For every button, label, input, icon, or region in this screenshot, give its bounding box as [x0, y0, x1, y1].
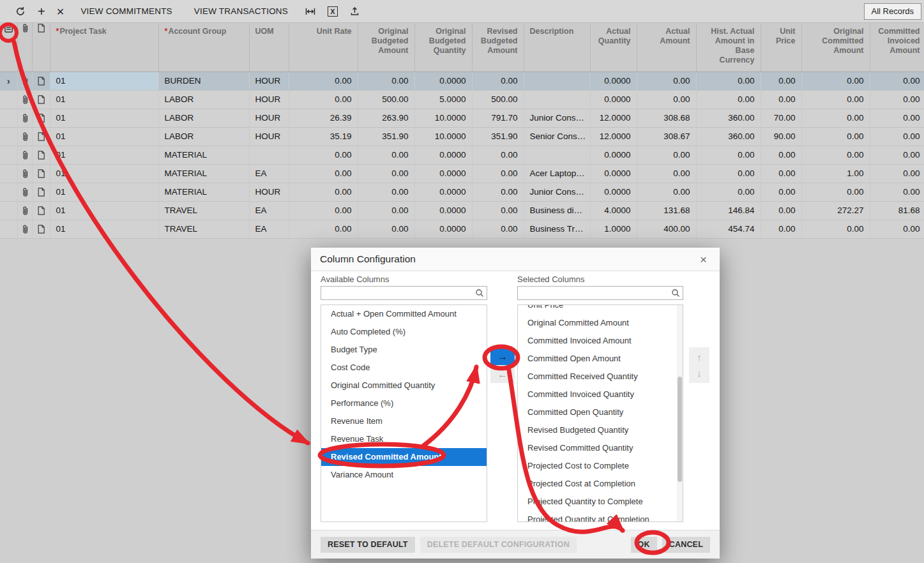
cell-uom[interactable]: HOUR: [249, 127, 289, 146]
row-attachments-button[interactable]: [17, 183, 32, 201]
selected-column-option[interactable]: Committed Open Amount: [518, 350, 683, 368]
cell-original-budgeted-amount[interactable]: 0.00: [358, 201, 414, 220]
cell-original-budgeted-quantity[interactable]: 0.0000: [414, 183, 472, 201]
cell-unit-price[interactable]: 0.00: [761, 164, 801, 183]
cell-project-task[interactable]: 01: [50, 164, 158, 183]
column-header-actual-quantity[interactable]: Actual Quantity: [590, 23, 637, 71]
cancel-button[interactable]: CANCEL: [662, 537, 710, 553]
cell-original-committed-amount[interactable]: 272.27: [801, 201, 870, 220]
cell-project-task[interactable]: 01: [50, 201, 158, 220]
cell-uom[interactable]: HOUR: [249, 183, 289, 201]
cell-description[interactable]: [524, 90, 590, 109]
table-row[interactable]: 01TRAVELEA0.000.000.00000.00Business di……: [0, 201, 924, 220]
cell-committed-invoiced-amount[interactable]: 0.00: [870, 127, 924, 146]
selected-column-option[interactable]: Projected Quantity to Complete: [518, 493, 683, 511]
cell-actual-amount[interactable]: 0.00: [637, 146, 696, 164]
cell-committed-invoiced-amount[interactable]: 0.00: [870, 109, 924, 127]
view-commitments-button[interactable]: VIEW COMMITMENTS: [75, 2, 178, 21]
cell-actual-amount[interactable]: 0.00: [637, 71, 696, 90]
cell-committed-invoiced-amount[interactable]: 0.00: [870, 183, 924, 201]
view-transactions-button[interactable]: VIEW TRANSACTIONS: [188, 2, 294, 21]
transfer-left-button[interactable]: ←: [490, 366, 515, 383]
delete-row-button[interactable]: ×: [51, 2, 70, 21]
row-expander-cell[interactable]: [0, 183, 17, 201]
cell-committed-invoiced-amount[interactable]: 0.00: [870, 164, 924, 183]
cell-description[interactable]: Business di…: [524, 201, 590, 220]
selected-column-option[interactable]: Projected Cost at Completion: [518, 475, 683, 493]
cell-original-budgeted-amount[interactable]: 0.00: [358, 71, 414, 90]
export-excel-button[interactable]: X: [322, 2, 344, 21]
cell-actual-amount[interactable]: 308.67: [637, 127, 696, 146]
move-up-button[interactable]: ↑: [689, 349, 709, 365]
column-header-original-committed-amount[interactable]: Original Committed Amount: [801, 23, 870, 71]
fit-width-button[interactable]: [299, 2, 322, 21]
cell-unit-rate[interactable]: 0.00: [289, 71, 358, 90]
cell-original-budgeted-quantity[interactable]: 0.0000: [414, 201, 472, 220]
cell-uom[interactable]: HOUR: [249, 71, 289, 90]
cell-original-committed-amount[interactable]: 1.00: [801, 164, 870, 183]
selected-search-input[interactable]: [518, 287, 671, 299]
cell-actual-quantity[interactable]: 0.0000: [590, 164, 637, 183]
column-header-revised-budgeted-amount[interactable]: Revised Budgeted Amount: [472, 23, 524, 71]
selected-column-option[interactable]: Unit Price: [518, 304, 683, 314]
cell-uom[interactable]: [249, 146, 289, 164]
available-column-option[interactable]: Auto Completed (%): [321, 323, 487, 341]
table-row[interactable]: 01MATERIALEA0.000.000.00000.00Acer Lapto…: [0, 164, 924, 183]
row-expander-cell[interactable]: [0, 164, 17, 183]
available-search-input[interactable]: [321, 287, 475, 299]
cell-unit-price[interactable]: 0.00: [761, 220, 801, 238]
cell-unit-rate[interactable]: 0.00: [289, 220, 358, 238]
cell-actual-quantity[interactable]: 12.0000: [590, 109, 637, 127]
available-column-option[interactable]: Original Committed Quantity: [321, 377, 487, 394]
cell-unit-price[interactable]: 0.00: [761, 71, 801, 90]
cell-unit-rate[interactable]: 0.00: [289, 146, 358, 164]
cell-hist-actual-amount[interactable]: 0.00: [696, 71, 761, 90]
cell-original-budgeted-amount[interactable]: 351.90: [358, 127, 414, 146]
cell-actual-amount[interactable]: 0.00: [637, 183, 696, 201]
table-row[interactable]: 01LABORHOUR35.19351.9010.0000351.90Senio…: [0, 127, 924, 146]
selected-list-scrollbar[interactable]: [677, 305, 683, 522]
row-attachments-button[interactable]: [17, 201, 32, 220]
cell-unit-price[interactable]: 0.00: [761, 146, 801, 164]
cell-original-budgeted-quantity[interactable]: 0.0000: [414, 164, 472, 183]
row-attachments-button[interactable]: [17, 220, 32, 238]
cell-unit-rate[interactable]: 26.39: [289, 109, 358, 127]
cell-unit-rate[interactable]: 0.00: [289, 201, 358, 220]
cell-committed-invoiced-amount[interactable]: 0.00: [870, 220, 924, 238]
column-header-uom[interactable]: UOM: [249, 23, 289, 71]
cell-original-budgeted-quantity[interactable]: 0.0000: [414, 220, 472, 238]
row-attachments-button[interactable]: [17, 90, 32, 109]
cell-original-budgeted-amount[interactable]: 0.00: [358, 146, 414, 164]
selected-column-option[interactable]: Original Committed Amount: [518, 314, 683, 332]
row-notes-button[interactable]: [32, 109, 50, 127]
cell-account-group[interactable]: MATERIAL: [158, 164, 249, 183]
cell-actual-amount[interactable]: 131.68: [637, 201, 696, 220]
add-row-button[interactable]: +: [32, 2, 51, 21]
transfer-right-button[interactable]: →: [490, 349, 515, 365]
cell-original-budgeted-amount[interactable]: 500.00: [358, 90, 414, 109]
cell-unit-rate[interactable]: 0.00: [289, 183, 358, 201]
cell-actual-quantity[interactable]: 12.0000: [590, 127, 637, 146]
cell-uom[interactable]: HOUR: [249, 109, 289, 127]
column-header-hist-actual-amount[interactable]: Hist. Actual Amount in Base Currency: [696, 23, 761, 71]
cell-actual-amount[interactable]: 0.00: [637, 90, 696, 109]
cell-project-task[interactable]: 01: [50, 90, 158, 109]
available-column-option[interactable]: Revenue Task: [321, 430, 487, 448]
cell-original-committed-amount[interactable]: 0.00: [801, 127, 870, 146]
selected-column-option[interactable]: Committed Invoiced Amount: [518, 332, 683, 350]
row-expander-cell[interactable]: [0, 220, 17, 238]
row-notes-button[interactable]: [32, 164, 50, 183]
cell-account-group[interactable]: LABOR: [158, 127, 249, 146]
cell-hist-actual-amount[interactable]: 0.00: [696, 183, 761, 201]
cell-original-budgeted-quantity[interactable]: 10.0000: [414, 109, 472, 127]
available-column-option[interactable]: Performance (%): [321, 394, 487, 412]
table-row[interactable]: 01LABORHOUR0.00500.005.0000500.000.00000…: [0, 90, 924, 109]
cell-unit-rate[interactable]: 35.19: [289, 127, 358, 146]
cell-original-budgeted-amount[interactable]: 0.00: [358, 164, 414, 183]
selected-column-option[interactable]: Projected Cost to Complete: [518, 457, 683, 475]
table-row[interactable]: 01LABORHOUR26.39263.9010.0000791.70Junio…: [0, 109, 924, 127]
row-notes-button[interactable]: [32, 183, 50, 201]
cell-project-task[interactable]: 01: [50, 109, 158, 127]
cell-account-group[interactable]: MATERIAL: [158, 183, 249, 201]
table-row[interactable]: › 01BURDENHOUR0.000.000.00000.000.00000.…: [0, 71, 924, 90]
